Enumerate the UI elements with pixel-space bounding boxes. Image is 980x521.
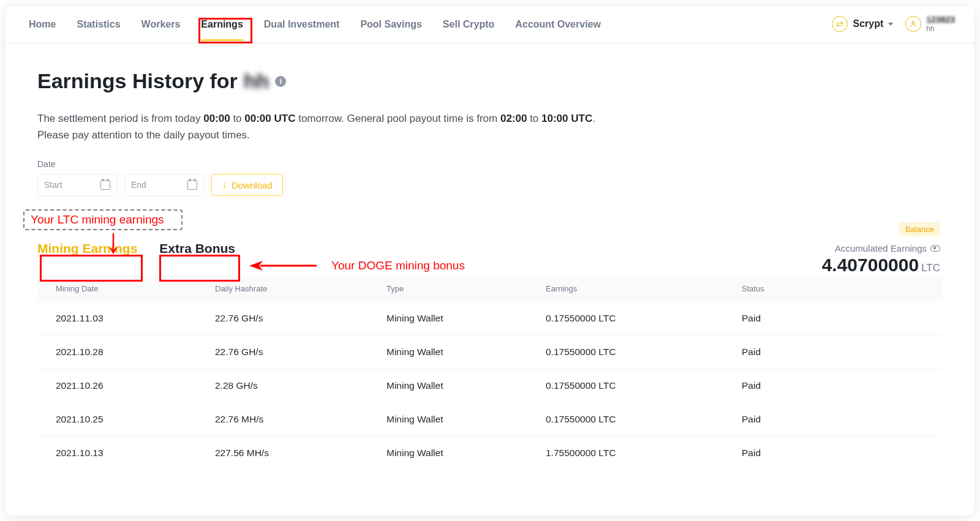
info-icon[interactable]: i bbox=[275, 76, 286, 87]
user-sub: hh bbox=[926, 25, 955, 33]
cell-type: Mining Wallet bbox=[386, 380, 546, 391]
date-start-placeholder: Start bbox=[44, 180, 62, 190]
cell-earn: 0.17550000 LTC bbox=[546, 414, 742, 425]
date-end-input[interactable]: End bbox=[124, 174, 204, 196]
date-label: Date bbox=[37, 159, 943, 169]
cell-type: Mining Wallet bbox=[386, 313, 546, 324]
calendar-icon bbox=[187, 180, 197, 190]
calendar-icon bbox=[100, 180, 110, 190]
balance-tag[interactable]: Balance bbox=[899, 222, 940, 236]
download-label: Download bbox=[232, 180, 273, 190]
date-start-input[interactable]: Start bbox=[37, 174, 117, 196]
page-title: Earnings History for hh i bbox=[37, 69, 943, 93]
user-icon bbox=[905, 16, 921, 32]
accum-currency: LTC bbox=[921, 262, 940, 274]
accum-value: 4.40700000 bbox=[822, 255, 919, 275]
nav-home[interactable]: Home bbox=[29, 8, 56, 41]
swap-icon: ⇄ bbox=[832, 16, 848, 32]
col-earnings: Earnings bbox=[546, 284, 742, 293]
tab-extra-bonus[interactable]: Extra Bonus bbox=[159, 238, 235, 260]
user-id: 123823 bbox=[926, 15, 955, 24]
settlement-description: The settlement period is from today 00:0… bbox=[37, 110, 699, 143]
cell-hash: 22.76 MH/s bbox=[215, 414, 386, 425]
cell-date: 2021.10.28 bbox=[56, 347, 215, 358]
annotation-arrow-down bbox=[107, 233, 119, 255]
page-title-user: hh bbox=[244, 69, 270, 93]
top-nav: Home Statistics Workers Earnings Dual In… bbox=[6, 6, 974, 43]
nav-account-overview[interactable]: Account Overview bbox=[515, 8, 601, 41]
cell-earn: 0.17550000 LTC bbox=[546, 347, 742, 358]
nav-statistics[interactable]: Statistics bbox=[77, 8, 120, 41]
table-row[interactable]: 2021.10.13227.56 MH/sMining Wallet1.7550… bbox=[37, 437, 943, 470]
earnings-table: Mining Date Daily Hashrate Type Earnings… bbox=[37, 275, 943, 470]
annotation-ltc-callout: Your LTC mining earnings bbox=[23, 209, 183, 230]
cell-type: Mining Wallet bbox=[386, 347, 546, 358]
col-mining-date: Mining Date bbox=[56, 284, 215, 293]
cell-earn: 1.75500000 LTC bbox=[546, 448, 742, 459]
algo-label: Scrypt bbox=[853, 18, 883, 29]
cell-type: Mining Wallet bbox=[386, 448, 546, 459]
tab-mining-earnings[interactable]: Mining Earnings bbox=[37, 238, 137, 260]
cell-hash: 22.76 GH/s bbox=[215, 313, 386, 324]
nav-workers[interactable]: Workers bbox=[141, 8, 181, 41]
annotation-doge-label: Your DOGE mining bonus bbox=[331, 259, 465, 272]
page-title-prefix: Earnings History for bbox=[37, 69, 238, 93]
nav-earnings[interactable]: Earnings bbox=[201, 8, 243, 41]
cell-status: Paid bbox=[742, 313, 924, 324]
cell-date: 2021.10.26 bbox=[56, 380, 215, 391]
cell-date: 2021.10.13 bbox=[56, 448, 215, 459]
annotation-doge-arrow: Your DOGE mining bonus bbox=[249, 259, 465, 272]
nav-sell-crypto[interactable]: Sell Crypto bbox=[443, 8, 494, 41]
user-menu[interactable]: 123823 hh bbox=[905, 15, 955, 33]
algo-selector[interactable]: ⇄ Scrypt bbox=[832, 16, 893, 32]
table-row[interactable]: 2021.10.262.28 GH/sMining Wallet0.175500… bbox=[37, 369, 943, 403]
cell-date: 2021.11.03 bbox=[56, 313, 215, 324]
cell-earn: 0.17550000 LTC bbox=[546, 313, 742, 324]
cell-type: Mining Wallet bbox=[386, 414, 546, 425]
cell-hash: 227.56 MH/s bbox=[215, 448, 386, 459]
cell-date: 2021.10.25 bbox=[56, 414, 215, 425]
cell-status: Paid bbox=[742, 380, 924, 391]
accumulated-earnings: Accumulated Earnings 4.40700000LTC bbox=[822, 243, 940, 275]
cell-hash: 22.76 GH/s bbox=[215, 347, 386, 358]
table-row[interactable]: 2021.11.0322.76 GH/sMining Wallet0.17550… bbox=[37, 302, 943, 335]
svg-point-0 bbox=[912, 21, 914, 24]
chevron-down-icon bbox=[888, 23, 893, 26]
nav-dual-investment[interactable]: Dual Investment bbox=[264, 8, 340, 41]
table-row[interactable]: 2021.10.2822.76 GH/sMining Wallet0.17550… bbox=[37, 335, 943, 369]
cell-status: Paid bbox=[742, 414, 924, 425]
col-type: Type bbox=[386, 284, 546, 293]
cell-status: Paid bbox=[742, 448, 924, 459]
cell-hash: 2.28 GH/s bbox=[215, 380, 386, 391]
table-row[interactable]: 2021.10.2522.76 MH/sMining Wallet0.17550… bbox=[37, 403, 943, 437]
col-daily-hashrate: Daily Hashrate bbox=[215, 284, 386, 293]
date-end-placeholder: End bbox=[131, 180, 146, 190]
cell-status: Paid bbox=[742, 347, 924, 358]
table-header: Mining Date Daily Hashrate Type Earnings… bbox=[37, 275, 943, 302]
download-icon: ↓ bbox=[222, 179, 227, 190]
eye-icon[interactable] bbox=[930, 246, 940, 252]
accum-label-text: Accumulated Earnings bbox=[835, 243, 927, 253]
cell-earn: 0.17550000 LTC bbox=[546, 380, 742, 391]
col-status: Status bbox=[742, 284, 924, 293]
nav-pool-savings[interactable]: Pool Savings bbox=[360, 8, 421, 41]
download-button[interactable]: ↓ Download bbox=[211, 174, 283, 196]
